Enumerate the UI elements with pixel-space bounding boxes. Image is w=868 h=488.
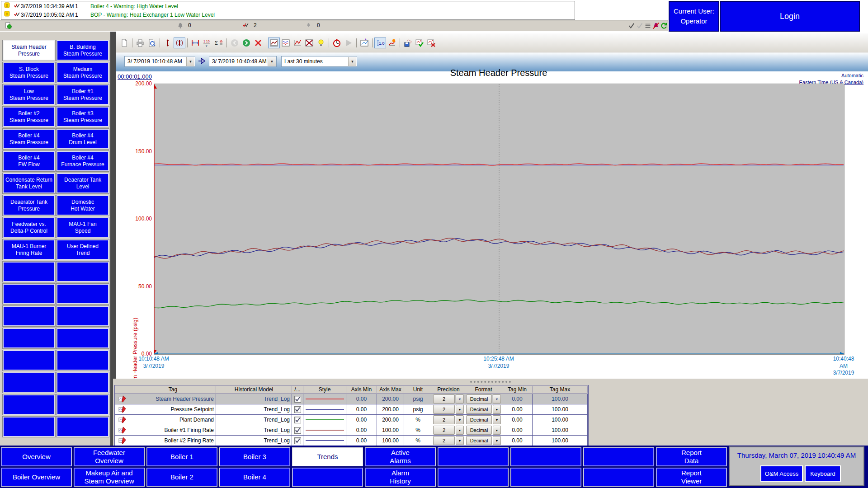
start-datetime-combo[interactable]: 3/ 7/2019 10:10:48 AM▼ [124, 56, 195, 67]
sidebar-item-empty[interactable] [2, 394, 56, 415]
sidebar-item-boiler-4-furnace-pressure[interactable]: Boiler #4 Furnace Pressure [56, 150, 109, 172]
chevron-down-icon[interactable]: ▼ [348, 57, 356, 66]
print-preview-icon[interactable] [146, 38, 158, 48]
nav-boiler-overview[interactable]: Boiler Overview [1, 468, 72, 487]
end-datetime-combo[interactable]: 3/ 7/2019 10:40:48 AM▼ [209, 56, 277, 67]
sidebar-item-boiler-4-steam-pressure[interactable]: Boiler #4 Steam Pressure [2, 128, 56, 150]
sidebar-item-user-defined-trend[interactable]: User Defined Trend [56, 239, 109, 260]
chart-multi-icon[interactable] [280, 38, 292, 48]
timer-icon[interactable] [331, 38, 343, 48]
chevron-down-icon[interactable]: ▼ [456, 394, 464, 404]
sidebar-item-feedwater-vs-delta-p-control[interactable]: Feedwater vs. Delta-P Control [2, 217, 56, 238]
sample-interval-link[interactable]: 00:00:01.000 [118, 73, 152, 80]
table-row[interactable]: Steam Header PressureTrend_Log0.00200.00… [115, 394, 588, 404]
nav-report-data[interactable]: Report Data [656, 447, 727, 466]
cursor-range-icon[interactable] [174, 38, 185, 48]
check-icon[interactable] [627, 22, 636, 30]
nav-active-alarms[interactable]: Active Alarms [365, 447, 436, 466]
sidebar-item-empty[interactable] [2, 416, 56, 437]
sidebar-item-deaerator-tank-level[interactable]: Deaerator Tank Level [56, 173, 109, 194]
table-row[interactable]: Plant DemandTrend_Log0.00200.00%2▼Decima… [115, 414, 588, 425]
sidebar-item-empty[interactable] [56, 305, 109, 327]
chart-line-icon[interactable] [292, 38, 303, 48]
nav-boiler-4[interactable]: Boiler 4 [219, 468, 290, 487]
table-row[interactable]: Boiler #2 Firing RateTrend_Log0.00100.00… [115, 435, 588, 446]
sidebar-item-empty[interactable] [2, 283, 56, 305]
oam-access-button[interactable]: O&M Access [760, 465, 803, 482]
sidebar-item-deaerator-tank-pressure[interactable]: Deaerator Tank Pressure [2, 195, 56, 216]
ack-check-icon[interactable] [13, 2, 21, 9]
sidebar-item-s-block-steam-pressure[interactable]: S. Block Steam Pressure [2, 62, 56, 83]
sidebar-item-medium-steam-pressure[interactable]: Medium Steam Pressure [56, 62, 109, 83]
chevron-down-icon[interactable]: ▼ [456, 436, 464, 445]
nav-empty-button[interactable] [292, 468, 363, 487]
sidebar-item-b-building-steam-pressure[interactable]: B. Building Steam Pressure [56, 40, 109, 61]
precision-dropdown[interactable]: 2 [433, 426, 455, 435]
play-icon[interactable] [343, 38, 354, 48]
sidebar-item-mau-1-burner-firing-rate[interactable]: MAU-1 Burner Firing Rate [2, 239, 56, 260]
sidebar-item-boiler-1-steam-pressure[interactable]: Boiler #1 Steam Pressure [56, 84, 109, 105]
sidebar-item-empty[interactable] [56, 416, 109, 437]
chevron-down-icon[interactable]: ▼ [186, 57, 194, 66]
alarm-chart-icon[interactable] [386, 38, 398, 48]
chart-star-icon[interactable]: * [359, 38, 370, 48]
nav-empty-button[interactable] [583, 447, 654, 466]
sidebar-item-low-steam-pressure[interactable]: Low Steam Pressure [2, 84, 56, 105]
sidebar-item-steam-header-pressure[interactable]: Steam Header Pressure [2, 40, 56, 61]
nav-empty-button[interactable] [438, 468, 509, 487]
scale-10-icon[interactable]: 1.0 [374, 38, 386, 48]
format-dropdown[interactable]: Decimal [466, 436, 492, 445]
precision-dropdown[interactable]: 2 [433, 436, 455, 445]
menu-lines-icon[interactable] [644, 22, 652, 30]
sidebar-item-empty[interactable] [2, 305, 56, 327]
precision-dropdown[interactable]: 2 [433, 405, 455, 414]
format-dropdown[interactable]: Decimal [466, 394, 492, 404]
bell-disabled-icon[interactable] [652, 22, 660, 30]
chevron-down-icon[interactable]: ▼ [493, 415, 501, 424]
sidebar-item-empty[interactable] [2, 261, 56, 282]
sidebar-item-empty[interactable] [2, 328, 56, 349]
nav-empty-button[interactable] [438, 447, 509, 466]
precision-dropdown[interactable]: 2 [433, 394, 455, 404]
sidebar-item-empty[interactable] [56, 283, 109, 305]
format-dropdown[interactable]: Decimal [466, 415, 492, 424]
sidebar-item-empty[interactable] [2, 350, 56, 371]
sidebar-item-empty[interactable] [56, 328, 109, 349]
nav-trends[interactable]: Trends [292, 447, 363, 466]
chevron-down-icon[interactable]: ▼ [268, 57, 276, 66]
highlight-bulb-icon[interactable] [315, 38, 327, 48]
forward-icon[interactable] [241, 38, 252, 48]
chevron-down-icon[interactable]: ▼ [456, 405, 464, 414]
axis-scale-icon[interactable]: 1 10Y [201, 38, 213, 48]
splitter-grip[interactable] [470, 381, 511, 385]
sidebar-item-mau-1-fan-speed[interactable]: MAU-1 Fan Speed [56, 217, 109, 238]
trend-plot-area[interactable] [154, 84, 844, 355]
chevron-down-icon[interactable]: ▼ [493, 394, 501, 404]
ack-check-icon[interactable] [13, 11, 21, 18]
cursor-marker-icon[interactable] [162, 38, 174, 48]
sidebar-item-boiler-4-drum-level[interactable]: Boiler #4 Drum Level [56, 128, 109, 150]
cancel-x-icon[interactable] [425, 38, 437, 48]
refresh-icon[interactable] [660, 22, 668, 30]
nav-alarm-history[interactable]: Alarm History [365, 468, 436, 487]
horizontal-range-icon[interactable] [189, 38, 201, 48]
new-page-icon[interactable] [118, 38, 130, 48]
chart-none-icon[interactable] [303, 38, 315, 48]
nav-makeup-air-and-steam-overview[interactable]: Makeup Air and Steam Overview [74, 468, 145, 487]
nav-boiler-2[interactable]: Boiler 2 [146, 468, 217, 487]
nav-boiler-3[interactable]: Boiler 3 [219, 447, 290, 466]
nav-report-viewer[interactable]: Report Viewer [656, 468, 727, 487]
save-chart-icon[interactable] [402, 38, 414, 48]
sidebar-item-domestic-hot-water[interactable]: Domestic Hot Water [56, 195, 109, 216]
visible-checkbox[interactable] [294, 417, 301, 423]
format-dropdown[interactable]: Decimal [466, 426, 492, 435]
nav-empty-button[interactable] [583, 468, 654, 487]
keyboard-button[interactable]: Keyboard [805, 465, 841, 482]
table-row[interactable]: Boiler #1 Firing RateTrend_Log0.00100.00… [115, 425, 588, 435]
nav-feedwater-overview[interactable]: Feedwater Overview [74, 447, 145, 466]
nav-overview[interactable]: Overview [1, 447, 72, 466]
chevron-down-icon[interactable]: ▼ [456, 415, 464, 424]
visible-checkbox[interactable] [294, 406, 301, 413]
table-row[interactable]: Pressure SetpointTrend_Log0.00200.00psig… [115, 404, 588, 414]
statistics-icon[interactable]: Σ [213, 38, 225, 48]
